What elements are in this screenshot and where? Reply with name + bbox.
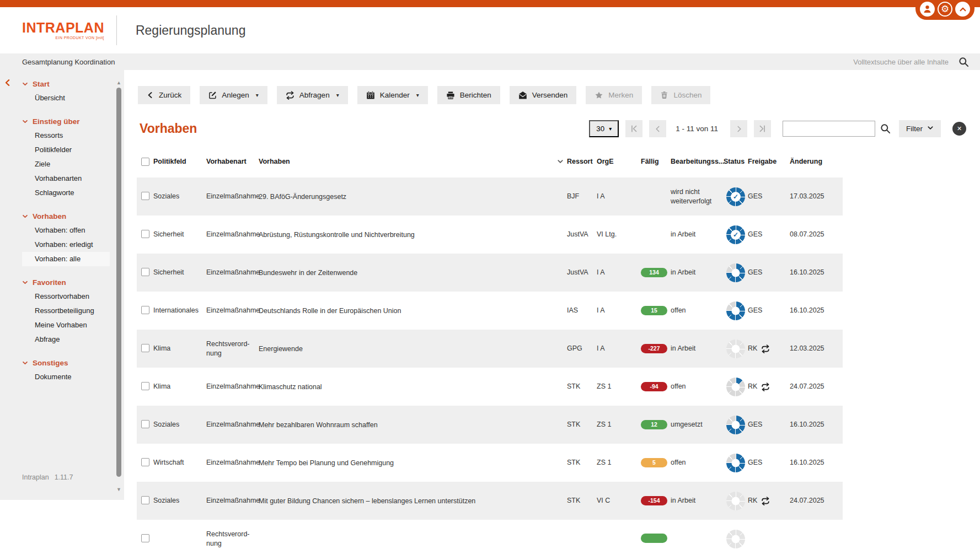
gear-icon[interactable]: ⚙: [938, 2, 952, 17]
cell-vorhaben[interactable]: Energiewende: [259, 345, 567, 353]
scrollbar-thumb[interactable]: [116, 88, 121, 477]
table-row[interactable]: Wirtschaft Einzelmaßnahme Mehr Tempo bei…: [137, 444, 843, 482]
scroll-down-icon[interactable]: ▼: [116, 487, 122, 492]
sidebar-section-header[interactable]: Einstieg über: [22, 114, 110, 128]
user-icon[interactable]: [920, 2, 935, 17]
clear-filter-button[interactable]: ✕: [952, 122, 966, 136]
sidebar-collapse-icon[interactable]: [4, 79, 12, 88]
filter-button[interactable]: Filter: [899, 120, 941, 137]
next-page-button[interactable]: [730, 120, 747, 137]
cell-politikfeld: Soziales: [153, 420, 206, 429]
sidebar-item[interactable]: Politikfelder: [22, 143, 110, 157]
table-row[interactable]: Internationales Einzelmaßnahme Deutschla…: [137, 292, 843, 330]
sidebar-item[interactable]: Schlagworte: [22, 186, 110, 200]
sidebar-item[interactable]: Ressortvorhaben: [22, 289, 110, 304]
sidebar-item[interactable]: Dokumente: [22, 370, 110, 384]
due-badge: 12: [641, 420, 667, 429]
table-search-icon[interactable]: [879, 122, 892, 135]
row-checkbox[interactable]: [141, 268, 149, 276]
toolbar-delete-button: Löschen: [651, 86, 710, 104]
column-header-ressort[interactable]: Ressort: [567, 158, 597, 165]
cell-politikfeld: Soziales: [153, 192, 206, 201]
column-header-faellig[interactable]: Fällig: [641, 158, 671, 165]
sidebar-item[interactable]: Ziele: [22, 157, 110, 171]
sort-chevron-down-icon[interactable]: [557, 158, 564, 165]
row-checkbox[interactable]: [141, 496, 149, 504]
row-checkbox[interactable]: [141, 344, 149, 352]
chevron-up-icon[interactable]: [955, 2, 970, 17]
column-header-bearbeitungsstand[interactable]: Bearbeitungss...: [671, 158, 724, 165]
sidebar-section-header[interactable]: Favoriten: [22, 275, 110, 289]
toolbar-back-button[interactable]: Zurück: [138, 86, 190, 104]
column-header-status[interactable]: Status: [724, 158, 748, 165]
column-header-vorhaben[interactable]: Vorhaben: [259, 158, 567, 165]
cell-vorhaben[interactable]: Bundeswehr in der Zeitenwende: [259, 269, 567, 277]
sidebar-scrollbar[interactable]: ▲ ▼: [116, 80, 122, 492]
cell-freigabe: GES: [748, 192, 790, 201]
cell-vorhaben[interactable]: Abrüstung, Rüstungskontrolle und Nichtve…: [259, 231, 567, 239]
sidebar-item[interactable]: Vorhabenarten: [22, 171, 110, 186]
sidebar-item[interactable]: Ressortbeteiligung: [22, 304, 110, 318]
row-checkbox[interactable]: [141, 458, 149, 466]
cell-ressort: IAS: [567, 306, 597, 315]
table-row[interactable]: Soziales Einzelmaßnahme Mit guter Bildun…: [137, 482, 843, 520]
due-badge: 15: [641, 306, 667, 315]
row-checkbox[interactable]: [141, 382, 149, 390]
row-checkbox[interactable]: [141, 306, 149, 314]
search-icon[interactable]: [958, 57, 969, 67]
select-all-checkbox[interactable]: [141, 158, 149, 166]
column-header-politikfeld[interactable]: Politikfeld: [153, 158, 206, 165]
due-badge: -154: [641, 496, 667, 505]
cell-vorhaben[interactable]: Mehr Tempo bei Planung und Genehmigung: [259, 459, 567, 467]
intraplan-logo: INTRAPLAN EIN PRODUKT VON ]init[: [22, 21, 104, 40]
scroll-up-icon[interactable]: ▲: [116, 80, 122, 85]
row-checkbox[interactable]: [141, 192, 149, 200]
table-row[interactable]: Sicherheit Einzelmaßnahme Abrüstung, Rüs…: [137, 216, 843, 254]
column-header-vorhabenart[interactable]: Vorhabenart: [206, 158, 259, 165]
fulltext-search-input[interactable]: [823, 57, 950, 67]
table-row[interactable]: Sicherheit Einzelmaßnahme Bundeswehr in …: [137, 254, 843, 292]
sidebar-section-header[interactable]: Sonstiges: [22, 356, 110, 370]
sidebar-item[interactable]: Übersicht: [22, 91, 110, 105]
top-accent-bar: ⚙: [0, 0, 980, 7]
caret-down-icon: ▾: [336, 92, 339, 98]
table-row[interactable]: Klima Rechtsverord-nung Energiewende GPG…: [137, 330, 843, 368]
sidebar-item[interactable]: Vorhaben: offen: [22, 223, 110, 238]
row-checkbox[interactable]: [141, 420, 149, 428]
column-header-aenderung[interactable]: Änderung: [790, 158, 843, 165]
row-checkbox[interactable]: [141, 230, 149, 238]
toolbar-create-button[interactable]: Anlegen▾: [200, 86, 267, 104]
sidebar-item[interactable]: Vorhaben: alle: [22, 252, 110, 266]
table-row[interactable]: Soziales Einzelmaßnahme Mehr bezahlbaren…: [137, 406, 843, 444]
chevron-down-icon: [22, 360, 28, 366]
table-search-input[interactable]: [783, 121, 875, 137]
repeat-icon: [761, 344, 770, 353]
cell-vorhaben[interactable]: Klimaschutz national: [259, 383, 567, 391]
cell-vorhaben[interactable]: 29. BAföG-Änderungsgesetz: [259, 193, 567, 201]
toolbar-calendar-button[interactable]: Kalender▾: [357, 86, 428, 104]
sidebar-item[interactable]: Meine Vorhaben: [22, 318, 110, 332]
cell-vorhaben[interactable]: Deutschlands Rolle in der Europäischen U…: [259, 307, 567, 315]
sidebar-section-header[interactable]: Start: [22, 77, 110, 91]
cell-vorhaben[interactable]: Mehr bezahlbaren Wohnraum schaffen: [259, 421, 567, 429]
table-row[interactable]: Rechtsverord-nung: [137, 520, 843, 558]
table-row[interactable]: Klima Einzelmaßnahme Klimaschutz nationa…: [137, 368, 843, 406]
sidebar-item[interactable]: Abfrage: [22, 332, 110, 347]
toolbar-report-button[interactable]: Berichten: [437, 86, 500, 104]
toolbar-send-button[interactable]: Versenden: [510, 86, 577, 104]
column-header-orge[interactable]: OrgE: [597, 158, 641, 165]
column-header-freigabe[interactable]: Freigabe: [748, 158, 790, 165]
sidebar-item[interactable]: Ressorts: [22, 128, 110, 143]
row-checkbox[interactable]: [141, 534, 149, 542]
cell-vorhaben[interactable]: Mit guter Bildung Chancen sichern – lebe…: [259, 497, 567, 505]
last-page-button[interactable]: [754, 120, 771, 137]
toolbar-bookmark-button: Merken: [586, 86, 642, 104]
sidebar-section-header[interactable]: Vorhaben: [22, 209, 110, 223]
sidebar-item[interactable]: Vorhaben: erledigt: [22, 238, 110, 252]
calendar-icon: [366, 91, 375, 100]
first-page-button[interactable]: [625, 120, 642, 137]
previous-page-button[interactable]: [649, 120, 666, 137]
toolbar-query-button[interactable]: Abfragen▾: [277, 86, 348, 104]
page-size-dropdown[interactable]: 30▾: [589, 120, 619, 137]
table-row[interactable]: Soziales Einzelmaßnahme 29. BAföG-Änderu…: [137, 177, 843, 216]
